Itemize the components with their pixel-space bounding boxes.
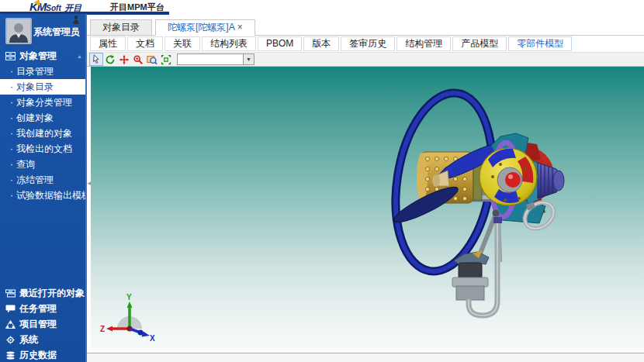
subtab-structure-management[interactable]: 结构管理: [396, 36, 451, 51]
subtab-version[interactable]: 版本: [303, 36, 339, 51]
dropdown-arrow-icon[interactable]: ▼: [243, 54, 254, 64]
view-preset-dropdown[interactable]: ▼: [177, 53, 254, 65]
sidebar-item-query[interactable]: ·查询: [0, 157, 87, 172]
sidebar-item-freeze-management[interactable]: ·冻结管理: [0, 172, 87, 188]
user-row: 系统管理员: [0, 14, 87, 48]
sidebar-section-history-data[interactable]: 历史数据: [0, 347, 87, 362]
sidebar-section-project-management[interactable]: 项目管理: [0, 316, 87, 332]
subtab-documents[interactable]: 文档: [127, 36, 163, 51]
sidebar-item-object-classification[interactable]: ·对象分类管理: [0, 95, 87, 110]
sidebar-item-catalog-management[interactable]: ·目录管理: [0, 64, 87, 79]
subtab-part-model[interactable]: 零部件模型: [508, 36, 572, 51]
subtab-relations[interactable]: 关联: [164, 36, 200, 51]
subtab-structure-list[interactable]: 结构列表: [202, 36, 256, 51]
rotate-tool-button[interactable]: [103, 53, 117, 66]
collapse-icon[interactable]: ▲: [77, 53, 82, 59]
3d-viewport[interactable]: Y Z X: [91, 67, 644, 353]
subtab-product-model[interactable]: 产品模型: [452, 36, 507, 51]
sidebar-item-my-created-objects[interactable]: ·我创建的对象: [0, 126, 87, 141]
avatar-photo-icon: [7, 19, 30, 43]
app-header: KMSoft 开目 开目MPM平台: [0, 0, 644, 14]
sidebar-item-test-data-template[interactable]: ·试验数据输出模板: [0, 188, 87, 203]
tasks-icon: [5, 305, 16, 313]
tab-object-catalog[interactable]: 对象目录: [90, 19, 152, 35]
rotate-icon: [105, 54, 116, 65]
close-tab-icon[interactable]: ×: [237, 22, 243, 33]
axis-triad: Y Z X: [100, 293, 156, 341]
status-bar: [87, 353, 644, 362]
sidebar-bottom-sections: 最近打开的对象 ▼ 任务管理 项目管理: [0, 285, 87, 362]
subtab-properties[interactable]: 属性: [90, 36, 126, 51]
fit-all-icon: [161, 54, 171, 65]
nose-cone: [538, 163, 564, 198]
gyro-pump-3d-model[interactable]: [91, 67, 644, 353]
pan-tool-button[interactable]: [117, 53, 131, 66]
sidebar-section-system[interactable]: 系统: [0, 332, 87, 347]
user-name: 系统管理员: [33, 26, 80, 39]
mpm-application-window: KMSoft 开目 开目MPM平台 系统管理员: [0, 0, 644, 362]
zoom-dynamic-icon: [133, 54, 144, 65]
online-user-icon: [73, 16, 79, 24]
select-tool-button[interactable]: [89, 53, 103, 66]
sidebar-section-recent-objects[interactable]: 最近打开的对象 ▼: [0, 285, 87, 301]
drawers-icon: [5, 52, 16, 60]
history-data-icon: [5, 351, 16, 360]
axis-x-label: X: [150, 334, 155, 341]
sidebar-item-my-checked-out-docs[interactable]: ·我检出的文档: [0, 141, 87, 157]
sidebar-section-object-management[interactable]: 对象管理 ▲: [0, 48, 87, 64]
sidebar-item-create-object[interactable]: ·创建对象: [0, 110, 87, 126]
section-label: 对象管理: [19, 50, 77, 63]
sidebar: 系统管理员 对象管理 ▲ ·目录管理 ·对象目录 ·对象分类管理 ·创建对象 ·…: [0, 14, 87, 362]
subtabs: 属性 文档 关联 结构列表 PBOM 版本 签审历史 结构管理 产品模型 零部件…: [87, 36, 644, 52]
fit-all-tool-button[interactable]: [159, 53, 173, 66]
zoom-dynamic-tool-button[interactable]: [131, 53, 145, 66]
zoom-window-tool-button[interactable]: [145, 53, 159, 66]
sidebar-item-object-catalog[interactable]: ·对象目录: [0, 79, 87, 95]
zoom-window-icon: [147, 54, 158, 65]
tab-gyro-pump[interactable]: 陀螺泵[陀螺泵]A×: [155, 19, 255, 36]
viewer-toolbar: ▼: [87, 52, 644, 67]
sidebar-section-task-management[interactable]: 任务管理: [0, 301, 87, 316]
user-avatar: [5, 18, 32, 44]
recent-objects-icon: [5, 289, 16, 298]
document-tabs: 对象目录 陀螺泵[陀螺泵]A×: [87, 19, 644, 36]
impeller-cage: [480, 148, 537, 205]
pan-arrows-icon: [119, 54, 130, 65]
axis-z-label: Z: [100, 325, 105, 333]
cursor-icon: [92, 54, 102, 64]
subtab-pbom[interactable]: PBOM: [258, 36, 302, 51]
system-gear-icon: [5, 336, 16, 344]
project-icon: [5, 320, 16, 329]
axis-y-label: Y: [126, 293, 132, 302]
subtab-sign-history[interactable]: 签审历史: [341, 36, 395, 51]
